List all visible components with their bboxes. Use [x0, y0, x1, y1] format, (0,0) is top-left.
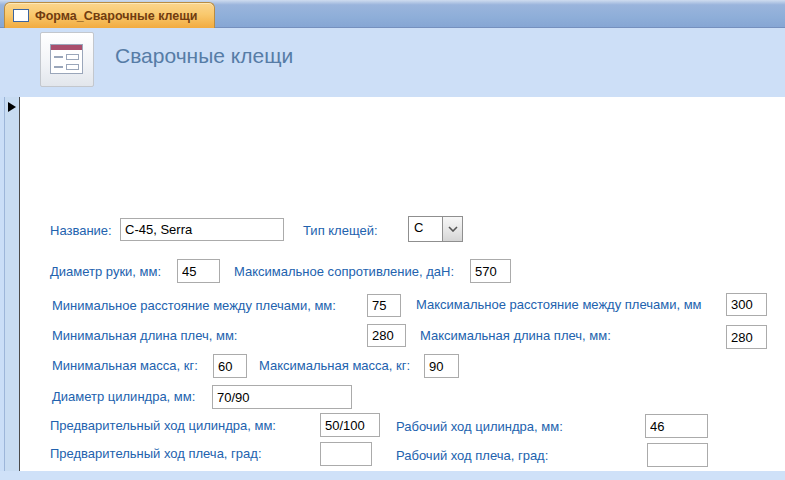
form-window-icon — [50, 44, 83, 74]
field-nazvanie[interactable] — [120, 218, 284, 241]
tab-bar: Форма_Сварочные клещи — [0, 0, 785, 28]
field-max-rasstoyanie[interactable] — [726, 293, 767, 316]
label-predv-hod-cilindra: Предварительный ход цилиндра, мм: — [50, 418, 276, 433]
field-diametr-ruki[interactable] — [177, 259, 220, 283]
label-max-rasstoyanie: Максимальное расстояние между плечами, м… — [416, 297, 702, 312]
label-tip-kleshchey: Тип клещей: — [303, 223, 378, 238]
label-max-soprotivlenie: Максимальное сопротивление, даН: — [234, 264, 454, 279]
field-predv-hod-cilindra[interactable] — [320, 413, 380, 437]
label-min-dlina-plech: Минимальная длина плеч, мм: — [52, 328, 237, 343]
combo-tip-kleshchey[interactable]: C — [408, 216, 463, 242]
field-rabochiy-hod-plecha[interactable] — [647, 443, 708, 467]
field-min-rasstoyanie[interactable] — [367, 294, 401, 317]
field-max-massa[interactable] — [424, 354, 459, 378]
field-diametr-cilindra[interactable] — [212, 385, 352, 409]
tab-label: Форма_Сварочные клещи — [35, 9, 198, 23]
label-min-rasstoyanie: Минимальное расстояние между плечами, мм… — [52, 298, 336, 313]
access-window: Форма_Сварочные клещи Сварочные клещи На… — [0, 0, 785, 480]
field-rabochiy-hod-cilindra[interactable] — [645, 414, 708, 438]
form-header: Сварочные клещи — [0, 28, 785, 97]
icon-titlebar — [51, 45, 82, 50]
field-max-soprotivlenie[interactable] — [470, 259, 511, 283]
field-predv-hod-plecha[interactable] — [320, 442, 372, 466]
label-max-massa: Максимальная масса, кг: — [259, 358, 410, 373]
label-predv-hod-plecha: Предварительный ход плеча, град: — [50, 446, 262, 461]
combo-dropdown-button[interactable] — [442, 217, 462, 241]
tab-forma-svarochnye-kleshchi[interactable]: Форма_Сварочные клещи — [4, 2, 215, 28]
combo-value: C — [409, 217, 442, 241]
label-diametr-cilindra: Диаметр цилиндра, мм: — [52, 389, 195, 404]
current-record-arrow-icon — [8, 102, 16, 112]
record-selector-bar[interactable] — [4, 97, 20, 471]
label-rabochiy-hod-cilindra: Рабочий ход цилиндра, мм: — [396, 419, 563, 434]
field-max-dlina-plech[interactable] — [726, 325, 767, 349]
label-max-dlina-plech: Максимальная длина плеч, мм: — [420, 328, 611, 343]
chevron-down-icon — [448, 226, 458, 232]
bottom-edge — [0, 471, 785, 480]
form-body: Название: Тип клещей: C Диаметр руки, мм… — [0, 97, 785, 471]
field-min-dlina-plech[interactable] — [367, 324, 406, 347]
field-min-massa[interactable] — [213, 354, 247, 378]
form-logo-button — [40, 32, 94, 87]
page-title: Сварочные клещи — [115, 44, 293, 68]
label-nazvanie: Название: — [50, 223, 112, 238]
label-rabochiy-hod-plecha: Рабочий ход плеча, град: — [396, 448, 548, 463]
label-min-massa: Минимальная масса, кг: — [52, 358, 198, 373]
label-diametr-ruki: Диаметр руки, мм: — [50, 264, 161, 279]
form-window-icon — [13, 9, 29, 22]
